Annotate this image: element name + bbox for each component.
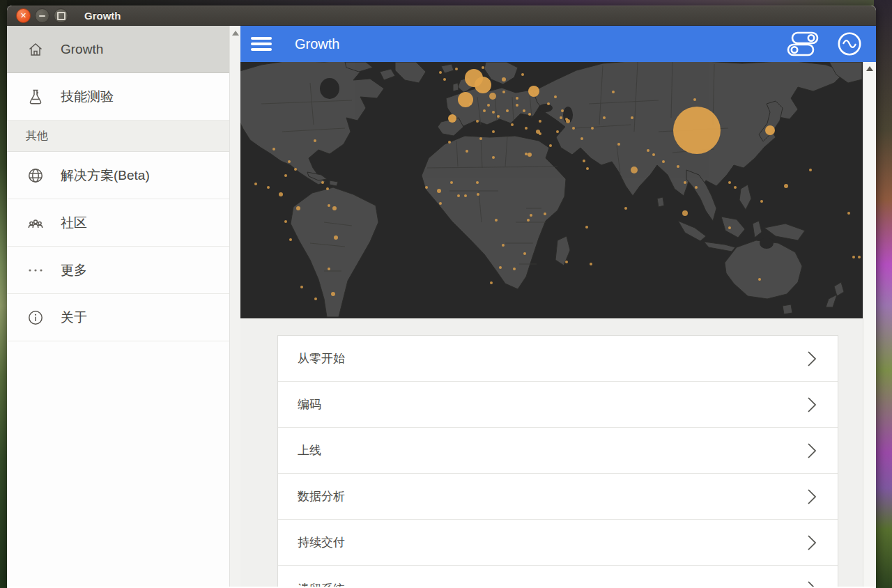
sidebar-item-label: 关于: [61, 309, 87, 327]
desktop-wallpaper-right: [874, 0, 892, 588]
scroll-up-icon[interactable]: [232, 31, 239, 36]
list-panel: 从零开始 编码: [240, 318, 863, 587]
sidebar-item-about[interactable]: 关于: [7, 294, 229, 341]
list-item-label: 数据分析: [298, 488, 345, 504]
ellipsis-icon: [26, 261, 45, 280]
sidebar-item-label: 更多: [61, 261, 87, 279]
sidebar-section-other: 其他: [7, 121, 229, 152]
hamburger-menu-icon[interactable]: [251, 37, 272, 51]
sidebar-item-label: 技能测验: [61, 88, 114, 106]
main-area: Growth: [240, 26, 876, 587]
close-button[interactable]: [16, 8, 31, 23]
chevron-right-icon: [807, 350, 817, 368]
window-title: Growth: [84, 10, 121, 22]
list-item-label: 从零开始: [298, 350, 345, 366]
list-item-legacy-system[interactable]: 遗留系统: [278, 566, 838, 587]
chevron-right-icon: [807, 396, 817, 414]
app-window: Growth Growth: [7, 6, 876, 588]
chevron-right-icon: [807, 442, 817, 460]
sidebar-item-solutions[interactable]: 解决方案(Beta): [7, 152, 229, 199]
menu-card: 从零开始 编码: [277, 335, 838, 587]
appbar-title: Growth: [295, 36, 339, 52]
chevron-right-icon: [807, 488, 817, 506]
globe-icon: [26, 166, 45, 185]
flask-icon: [26, 87, 45, 107]
scroll-up-icon[interactable]: [866, 66, 873, 71]
appbar: Growth: [240, 26, 876, 62]
community-icon: [26, 213, 45, 233]
maximize-button[interactable]: [54, 8, 68, 23]
main-scrollbar[interactable]: [863, 62, 876, 587]
list-item-launch[interactable]: 上线: [278, 428, 838, 474]
list-item-label: 上线: [298, 442, 321, 458]
window-titlebar[interactable]: Growth: [7, 6, 876, 26]
list-item-continuous-delivery[interactable]: 持续交付: [278, 520, 838, 566]
list-item-start-from-zero[interactable]: 从零开始: [278, 336, 838, 382]
home-icon: [26, 40, 45, 59]
sidebar-item-more[interactable]: 更多: [7, 247, 229, 294]
list-item-data-analysis[interactable]: 数据分析: [278, 474, 838, 520]
toggles-icon[interactable]: [787, 31, 819, 56]
list-item-label: 遗留系统: [298, 581, 345, 587]
wave-icon[interactable]: [837, 31, 862, 56]
chevron-right-icon: [807, 534, 817, 552]
info-icon: [26, 308, 45, 327]
list-item-coding[interactable]: 编码: [278, 382, 838, 428]
chevron-right-icon: [807, 580, 817, 587]
sidebar: Growth 技能测验 其他: [7, 26, 240, 587]
sidebar-item-skill-test[interactable]: 技能测验: [7, 73, 229, 121]
sidebar-item-label: 社区: [61, 214, 87, 232]
sidebar-item-community[interactable]: 社区: [7, 199, 229, 247]
world-map: [240, 62, 863, 318]
sidebar-item-label: 解决方案(Beta): [61, 167, 150, 185]
desktop-wallpaper-left: [0, 0, 7, 588]
sidebar-item-label: Growth: [61, 42, 103, 57]
list-item-label: 持续交付: [298, 534, 345, 550]
list-item-label: 编码: [298, 396, 321, 412]
sidebar-item-growth[interactable]: Growth: [7, 26, 229, 73]
sidebar-scrollbar[interactable]: [229, 26, 240, 587]
minimize-button[interactable]: [35, 8, 49, 23]
sidebar-section-label: 其他: [26, 129, 48, 144]
